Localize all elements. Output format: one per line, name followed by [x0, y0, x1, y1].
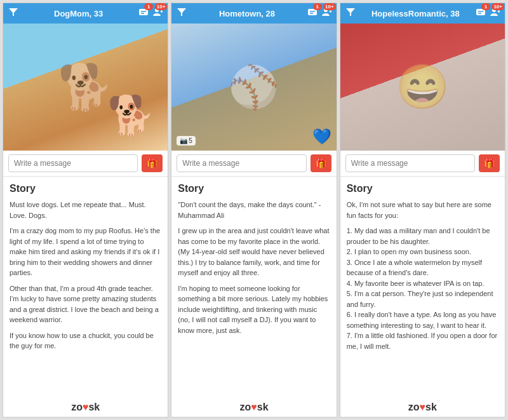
story-title: Story: [347, 183, 498, 194]
story-body: Must love dogs. Let me repeate that... M…: [10, 200, 161, 351]
svg-marker-5: [177, 8, 186, 16]
notification-badge: 1: [144, 3, 153, 10]
photo-overlay: 📷5: [177, 136, 196, 146]
top-bar: HopelessRomantic, 38 1 1: [340, 3, 505, 24]
story-paragraph: I grew up in the area and just couldn't …: [178, 226, 330, 278]
add-badge: 10+: [491, 3, 504, 10]
zoosk-heart: ♥: [83, 402, 89, 412]
profile-name: Hometown, 28: [187, 9, 307, 18]
story-title: Story: [10, 183, 161, 194]
filter-icon[interactable]: [345, 7, 356, 20]
profile-name: HopelessRomantic, 38: [356, 9, 476, 18]
photo-count-badge: 📷5: [177, 136, 196, 146]
top-bar-right-icons: 1 10+: [138, 7, 163, 20]
messages-icon[interactable]: 1: [307, 7, 318, 20]
add-user-icon[interactable]: 10+: [490, 7, 500, 20]
story-section: Story "Don't count the days, make the da…: [171, 177, 336, 399]
message-row: 🎁: [171, 151, 336, 177]
top-bar: Hometown, 28 1 10+: [171, 3, 336, 24]
top-bar-right-icons: 1 10+: [476, 7, 500, 20]
like-heart-icon[interactable]: 💙: [312, 128, 331, 146]
zoosk-logo: zo♥sk: [171, 399, 336, 417]
story-body: Ok, I'm not sure what to say but here ar…: [347, 200, 498, 351]
gift-button[interactable]: 🎁: [479, 154, 500, 172]
zoosk-logo: zo♥sk: [3, 399, 168, 417]
card-card3: HopelessRomantic, 38 1 1: [340, 3, 505, 417]
profile-photo: ⚾ 📷5 💙: [171, 24, 336, 151]
message-input[interactable]: [8, 154, 138, 172]
notification-badge: 1: [313, 3, 322, 10]
zoosk-heart: ♥: [251, 402, 257, 412]
card-card2: Hometown, 28 1 10+: [171, 3, 337, 417]
messages-icon[interactable]: 1: [476, 7, 486, 20]
svg-marker-10: [346, 8, 355, 16]
story-title: Story: [178, 183, 330, 194]
svg-marker-0: [9, 8, 18, 16]
story-paragraph: 1. My dad was a military man and I could…: [347, 226, 498, 351]
add-badge: 10+: [323, 3, 336, 10]
add-badge: 10+: [155, 3, 168, 10]
profile-photo: 😄: [340, 24, 505, 151]
top-bar: DogMom, 33 1 10+: [3, 3, 168, 24]
gift-button[interactable]: 🎁: [142, 154, 163, 172]
notification-badge: 1: [481, 3, 490, 10]
add-user-icon[interactable]: 10+: [321, 7, 331, 20]
story-section: Story Must love dogs. Let me repeate tha…: [3, 177, 168, 399]
message-row: 🎁: [340, 151, 505, 177]
story-body: "Don't count the days, make the days cou…: [178, 200, 330, 335]
story-section: Story Ok, I'm not sure what to say but h…: [340, 177, 505, 399]
filter-icon[interactable]: [8, 7, 18, 20]
zoosk-heart: ♥: [420, 402, 426, 412]
messages-icon[interactable]: 1: [138, 7, 149, 20]
story-paragraph: If you know how to use a chuckit, you co…: [10, 330, 161, 351]
message-input[interactable]: [345, 154, 475, 172]
profile-photo: 🐕: [3, 24, 168, 151]
filter-icon[interactable]: [177, 7, 187, 20]
story-paragraph: Other than that, I'm a proud 4th grade t…: [10, 283, 161, 325]
message-row: 🎁: [3, 151, 168, 177]
gift-button[interactable]: 🎁: [311, 154, 331, 172]
story-paragraph: I'm hoping to meet someone looking for s…: [178, 283, 330, 336]
story-paragraph: "Don't count the days, make the days cou…: [178, 200, 330, 220]
profile-name: DogMom, 33: [18, 9, 138, 18]
message-input[interactable]: [177, 154, 306, 172]
top-bar-right-icons: 1 10+: [307, 7, 331, 20]
zoosk-logo: zo♥sk: [340, 399, 505, 417]
card-card1: DogMom, 33 1 10+: [3, 3, 168, 417]
story-paragraph: Must love dogs. Let me repeate that... M…: [10, 200, 161, 220]
add-user-icon[interactable]: 10+: [152, 7, 163, 20]
story-paragraph: Ok, I'm not sure what to say but here ar…: [347, 200, 498, 220]
story-paragraph: I'm a crazy dog mom to my pup Roofus. He…: [10, 226, 161, 278]
